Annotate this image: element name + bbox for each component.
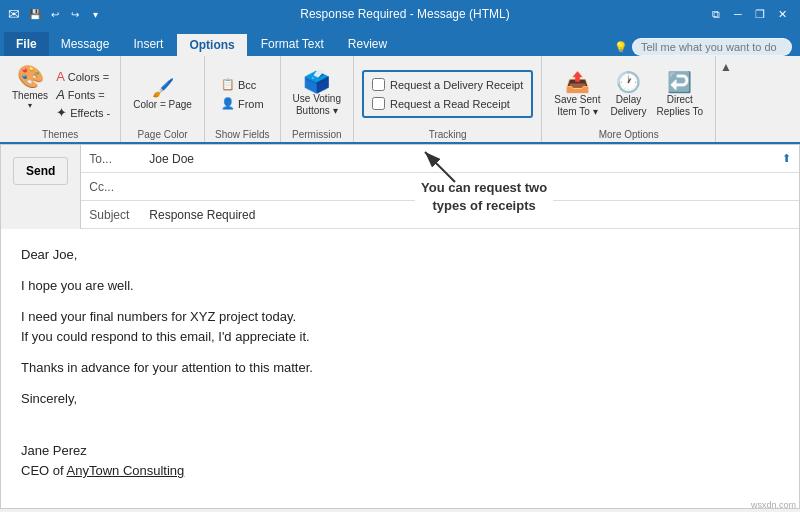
themes-sub-buttons: A Colors = A Fonts = ✦ Effects -: [54, 68, 112, 121]
more-options-group-label: More Options: [542, 129, 715, 140]
tab-options[interactable]: Options: [175, 32, 248, 56]
show-fields-group-label: Show Fields: [205, 129, 280, 140]
body-signature: Jane Perez CEO of AnyTown Consulting: [21, 441, 779, 483]
window-title: Response Required - Message (HTML): [104, 7, 706, 21]
themes-group: 🎨 Themes ▾ A Colors = A Fonts = ✦: [0, 56, 121, 142]
use-voting-button[interactable]: 🗳️ Use VotingButtons ▾: [289, 69, 345, 119]
read-receipt-checkbox[interactable]: [372, 97, 385, 110]
header-fields: To... Joe Doe ⬆ Cc... Subject Response R…: [81, 145, 799, 229]
tell-me-input[interactable]: [632, 38, 792, 56]
bcc-from-buttons: 📋 Bcc 👤 From: [213, 74, 272, 114]
colors-button[interactable]: A Colors =: [54, 68, 112, 85]
direct-replies-icon: ↩️: [667, 70, 692, 94]
themes-content: 🎨 Themes ▾ A Colors = A Fonts = ✦: [4, 60, 116, 124]
minimize-button[interactable]: ─: [728, 4, 748, 24]
delivery-receipt-checkbox[interactable]: [372, 78, 385, 91]
page-color-group: 🖌️ Color = Page Page Color: [121, 56, 205, 142]
cc-row: Cc...: [81, 173, 799, 201]
permission-group: 🗳️ Use VotingButtons ▾ Permission: [281, 56, 354, 142]
save-sent-label: Save SentItem To ▾: [554, 94, 600, 118]
send-button[interactable]: Send: [13, 157, 68, 185]
from-label: From: [238, 98, 264, 110]
voting-icon: 🗳️: [303, 71, 330, 93]
send-section: Send: [1, 145, 81, 229]
watermark: wsxdn.com: [751, 500, 796, 510]
tracking-box: Request a Delivery Receipt Request a Rea…: [362, 70, 533, 118]
permission-group-label: Permission: [281, 129, 353, 140]
read-receipt-label: Request a Read Receipt: [390, 98, 510, 110]
page-color-label: Color = Page: [133, 99, 192, 111]
bcc-button[interactable]: 📋 Bcc: [217, 76, 268, 93]
body-thanks: Thanks in advance for your attention to …: [21, 358, 779, 379]
from-button[interactable]: 👤 From: [217, 95, 268, 112]
ribbon-tabs: File Message Insert Options Format Text …: [0, 28, 800, 56]
save-sent-icon: 📤: [565, 70, 590, 94]
direct-replies-button[interactable]: ↩️ DirectReplies To: [653, 68, 708, 120]
body-greeting: Dear Joe,: [21, 245, 779, 266]
undo-qat-button[interactable]: ↩: [46, 5, 64, 23]
read-receipt-item[interactable]: Request a Read Receipt: [372, 97, 523, 110]
themes-button[interactable]: 🎨 Themes ▾: [8, 64, 52, 112]
more-options-content: 📤 Save SentItem To ▾ 🕐 DelayDelivery ↩️ …: [546, 60, 711, 124]
colors-icon: A: [56, 69, 65, 84]
title-bar: ✉ 💾 ↩ ↪ ▾ Response Required - Message (H…: [0, 0, 800, 28]
to-value: Joe Doe: [149, 152, 782, 166]
company-name: AnyTown Consulting: [67, 463, 185, 478]
body-request: I need your final numbers for XYZ projec…: [21, 307, 779, 349]
tab-message[interactable]: Message: [49, 32, 122, 56]
effects-button[interactable]: ✦ Effects -: [54, 104, 112, 121]
ribbon: 🎨 Themes ▾ A Colors = A Fonts = ✦: [0, 56, 800, 144]
themes-arrow: ▾: [28, 101, 32, 110]
redo-qat-button[interactable]: ↪: [66, 5, 84, 23]
from-icon: 👤: [221, 97, 235, 110]
themes-group-label: Themes: [0, 129, 120, 140]
fonts-icon: A: [56, 87, 65, 102]
quick-access-toolbar: ✉ 💾 ↩ ↪ ▾: [8, 5, 104, 23]
tracking-group-label: Tracking: [354, 129, 541, 140]
subject-value: Response Required: [149, 208, 255, 222]
show-fields-content: 📋 Bcc 👤 From: [209, 60, 276, 124]
tracking-content: Request a Delivery Receipt Request a Rea…: [358, 60, 537, 124]
themes-label: Themes: [12, 90, 48, 101]
body-sincerely: Sincerely,: [21, 389, 779, 410]
page-color-content: 🖌️ Color = Page: [125, 60, 200, 124]
themes-icon: 🎨: [17, 66, 44, 88]
subject-row: Subject Response Required: [81, 201, 799, 229]
to-expand[interactable]: ⬆: [782, 152, 791, 165]
email-body: Dear Joe, I hope you are well. I need yo…: [1, 229, 799, 508]
qat-more-button[interactable]: ▾: [86, 5, 104, 23]
direct-replies-label: DirectReplies To: [657, 94, 704, 118]
compose-area: Send To... Joe Doe ⬆ Cc... Subject: [0, 144, 800, 509]
delay-delivery-button[interactable]: 🕐 DelayDelivery: [606, 68, 650, 120]
tab-format-text[interactable]: Format Text: [249, 32, 336, 56]
delay-icon: 🕐: [616, 70, 641, 94]
subject-label: Subject: [89, 208, 149, 222]
effects-label: Effects -: [70, 107, 110, 119]
page-color-button[interactable]: 🖌️ Color = Page: [129, 75, 196, 113]
compose-header-wrapper: Send To... Joe Doe ⬆ Cc... Subject: [1, 145, 799, 229]
delivery-receipt-item[interactable]: Request a Delivery Receipt: [372, 78, 523, 91]
to-label[interactable]: To...: [89, 152, 149, 166]
tab-review[interactable]: Review: [336, 32, 399, 56]
bcc-icon: 📋: [221, 78, 235, 91]
show-fields-group: 📋 Bcc 👤 From Show Fields: [205, 56, 281, 142]
effects-icon: ✦: [56, 105, 67, 120]
cc-label[interactable]: Cc...: [89, 180, 149, 194]
restore-button[interactable]: ❐: [750, 4, 770, 24]
expand-button[interactable]: ⧉: [706, 4, 726, 24]
delivery-receipt-label: Request a Delivery Receipt: [390, 79, 523, 91]
save-qat-button[interactable]: 💾: [26, 5, 44, 23]
close-button[interactable]: ✕: [772, 4, 792, 24]
bcc-label: Bcc: [238, 79, 256, 91]
colors-label: Colors =: [68, 71, 109, 83]
outlook-window: ✉ 💾 ↩ ↪ ▾ Response Required - Message (H…: [0, 0, 800, 512]
annotation-area: You can request twotypes of receipts Sen…: [0, 144, 800, 509]
tab-file[interactable]: File: [4, 32, 49, 56]
fonts-button[interactable]: A Fonts =: [54, 86, 112, 103]
more-options-group: 📤 Save SentItem To ▾ 🕐 DelayDelivery ↩️ …: [542, 56, 715, 142]
page-color-icon: 🖌️: [152, 77, 174, 99]
tab-insert[interactable]: Insert: [121, 32, 175, 56]
save-sent-button[interactable]: 📤 Save SentItem To ▾: [550, 68, 604, 120]
tracking-group: Request a Delivery Receipt Request a Rea…: [354, 56, 542, 142]
collapse-ribbon-button[interactable]: ▲: [720, 60, 732, 74]
